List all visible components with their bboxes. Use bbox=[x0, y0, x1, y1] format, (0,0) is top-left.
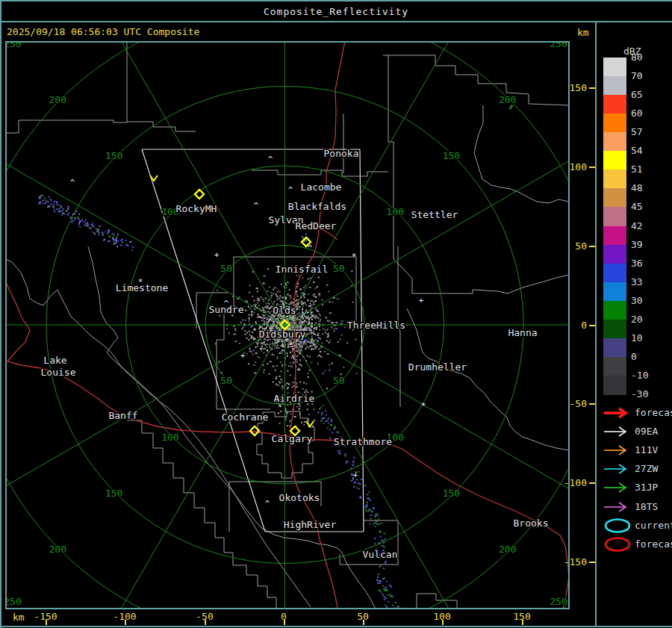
city-label: Strathmore bbox=[334, 436, 392, 447]
colorbar-band bbox=[603, 226, 626, 246]
right-axis-tick-label: -100 bbox=[561, 477, 587, 488]
legend-label: 09EA bbox=[635, 426, 658, 437]
bottom-axis-tick bbox=[46, 620, 47, 625]
bottom-axis-tick bbox=[442, 620, 444, 625]
colorbar-band bbox=[603, 151, 626, 170]
svg-text:+: + bbox=[419, 296, 424, 305]
colorbar-band bbox=[603, 301, 626, 320]
city-label: Airdrie bbox=[274, 393, 315, 404]
colorbar-value-label: 20 bbox=[631, 314, 643, 325]
colorbar-band bbox=[603, 357, 626, 376]
timestamp-label: 2025/09/18 06:56:03 UTC Composite bbox=[7, 26, 199, 37]
right-axis-tick bbox=[589, 325, 595, 326]
colorbar-value-label: 39 bbox=[631, 239, 643, 250]
city-label: Ponoka bbox=[324, 148, 359, 159]
legend-arrow-icon bbox=[602, 423, 635, 440]
right-axis-tick-label: 150 bbox=[561, 82, 587, 93]
city-label: Brooks bbox=[514, 517, 549, 529]
svg-text:*: * bbox=[352, 252, 357, 261]
right-axis-tick-label: 0 bbox=[561, 320, 587, 331]
colorbar-value-label: 60 bbox=[631, 108, 643, 119]
right-axis-tick bbox=[589, 562, 595, 563]
bottom-axis-tick bbox=[205, 620, 206, 625]
city-label: Cochrane bbox=[222, 411, 269, 423]
svg-text:250: 250 bbox=[550, 596, 567, 607]
right-axis-tick bbox=[589, 87, 595, 89]
city-label: Blackfalds bbox=[288, 201, 346, 212]
svg-text:250: 250 bbox=[5, 596, 22, 607]
svg-text:50: 50 bbox=[333, 263, 345, 274]
colorbar-band bbox=[603, 376, 626, 395]
city-label: Lacombe bbox=[301, 181, 342, 193]
colorbar-band bbox=[603, 57, 626, 77]
svg-text:150: 150 bbox=[443, 150, 460, 161]
svg-text:100: 100 bbox=[161, 432, 178, 443]
svg-text:50: 50 bbox=[220, 263, 232, 274]
svg-text:^: ^ bbox=[70, 178, 75, 187]
legend-arrow-icon bbox=[602, 461, 635, 477]
right-axis-tick-label: 50 bbox=[561, 240, 587, 252]
colorbar-band bbox=[603, 282, 626, 302]
colorbar-value-label: 48 bbox=[631, 182, 643, 193]
colorbar-band bbox=[603, 132, 626, 152]
city-label: RockyMH bbox=[176, 203, 217, 214]
colorbar-band bbox=[603, 207, 626, 226]
colorbar-value-label: 45 bbox=[631, 201, 643, 212]
colorbar-value-label: 80 bbox=[631, 52, 643, 63]
bottom-axis-unit-label: km bbox=[13, 612, 25, 623]
city-label: Olds bbox=[273, 305, 296, 316]
right-axis-unit-label: km bbox=[577, 27, 589, 38]
right-axis-tick bbox=[589, 167, 595, 168]
bottom-axis-tick bbox=[125, 620, 126, 625]
colorbar-band bbox=[603, 76, 626, 96]
bottom-axis-tick bbox=[284, 620, 285, 625]
window-title: Composite_Reflectivity bbox=[264, 6, 408, 17]
colorbar-band bbox=[603, 338, 626, 358]
colorbar-band bbox=[603, 188, 626, 208]
title-bar: Composite_Reflectivity bbox=[0, 0, 672, 22]
right-axis-tick-label: -50 bbox=[561, 398, 587, 409]
colorbar-value-label: 51 bbox=[631, 164, 643, 175]
bottom-axis-tick bbox=[363, 620, 364, 625]
colorbar-band bbox=[603, 170, 626, 189]
svg-text:^: ^ bbox=[254, 201, 259, 211]
svg-text:200: 200 bbox=[499, 544, 516, 555]
right-axis-tick bbox=[589, 403, 595, 405]
legend-arrow-icon bbox=[602, 442, 635, 458]
colorbar-value-label: 65 bbox=[631, 89, 643, 100]
svg-text:200: 200 bbox=[499, 94, 516, 105]
window-left-border bbox=[0, 0, 1, 628]
window-bottom-border bbox=[0, 626, 672, 627]
colorbar-value-label: 10 bbox=[631, 332, 643, 343]
city-label: Hanna bbox=[508, 327, 537, 338]
colorbar-band bbox=[603, 114, 626, 133]
svg-text:+: + bbox=[214, 250, 220, 260]
svg-text:200: 200 bbox=[49, 544, 66, 555]
legend-arrow-icon bbox=[602, 405, 635, 421]
colorbar-value-label: 30 bbox=[631, 295, 643, 306]
colorbar-value-label: 36 bbox=[631, 258, 643, 269]
svg-text:150: 150 bbox=[105, 150, 122, 161]
map-canvas[interactable]: 5050505010010010010015015015015020020020… bbox=[5, 41, 570, 609]
city-label: ThreeHills bbox=[347, 320, 405, 331]
colorbar-band bbox=[603, 264, 626, 283]
svg-text:^: ^ bbox=[265, 499, 270, 509]
city-label: Stettler bbox=[411, 209, 458, 220]
city-label: RedDeer bbox=[296, 220, 337, 231]
svg-text:50: 50 bbox=[333, 375, 345, 386]
city-label: HighRiver bbox=[284, 519, 337, 530]
svg-text:150: 150 bbox=[443, 488, 460, 499]
colorbar-value-label: 42 bbox=[631, 220, 643, 231]
legend-label: 18TS bbox=[635, 501, 658, 512]
city-label: Vulcan bbox=[363, 549, 398, 560]
svg-text:50: 50 bbox=[220, 375, 232, 386]
city-label: Innisfail bbox=[276, 264, 328, 275]
svg-text:150: 150 bbox=[105, 488, 122, 499]
right-axis-tick bbox=[589, 482, 595, 484]
legend-arrow-icon bbox=[602, 479, 635, 496]
colorbar-value-label: 70 bbox=[631, 70, 643, 81]
colorbar-value-label: 57 bbox=[631, 126, 643, 137]
legend-label: 27ZW bbox=[635, 463, 658, 474]
svg-text:^: ^ bbox=[268, 155, 273, 164]
svg-text:+: + bbox=[240, 351, 246, 361]
